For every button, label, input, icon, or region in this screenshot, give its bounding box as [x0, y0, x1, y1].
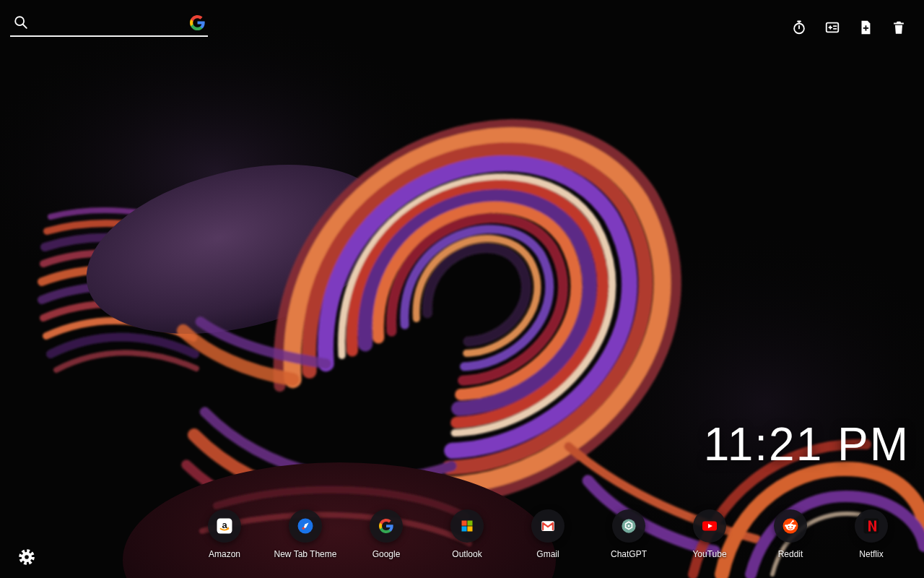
clock: 11:21 PM — [704, 418, 910, 471]
shortcut-reddit[interactable]: Reddit — [750, 509, 831, 559]
shortcut-netflix[interactable]: Netflix — [831, 509, 912, 559]
new-note-button[interactable] — [856, 18, 875, 37]
shortcut-label: Amazon — [209, 549, 240, 559]
shortcut-label: YouTube — [692, 549, 726, 559]
timer-icon — [791, 20, 807, 35]
search-bar — [10, 14, 208, 37]
trash-icon — [891, 20, 907, 35]
google-icon — [370, 509, 403, 543]
google-logo-icon[interactable] — [190, 15, 205, 30]
timer-button[interactable] — [790, 18, 808, 37]
wallpaper-art — [0, 0, 924, 578]
shortcut-label: Google — [372, 549, 401, 559]
shortcut-label: New Tab Theme — [274, 549, 337, 559]
new-tab-theme-icon — [289, 509, 322, 543]
new-note-icon — [858, 20, 873, 35]
amazon-icon: a — [208, 509, 241, 543]
shortcuts-row: a Amazon New Tab Theme Google — [184, 509, 912, 559]
shortcut-label: Outlook — [452, 549, 481, 559]
shortcut-youtube[interactable]: YouTube — [669, 509, 750, 559]
reddit-icon — [774, 509, 807, 543]
shortcut-google[interactable]: Google — [346, 509, 427, 559]
search-icon — [13, 14, 29, 30]
add-widget-button[interactable] — [823, 18, 842, 37]
shortcut-outlook[interactable]: Outlook — [427, 509, 507, 559]
chatgpt-icon — [612, 509, 645, 543]
trash-button[interactable] — [889, 18, 908, 37]
add-widget-icon — [824, 20, 840, 35]
shortcut-chatgpt[interactable]: ChatGPT — [588, 509, 669, 559]
shortcut-label: Netflix — [859, 549, 883, 559]
shortcut-gmail[interactable]: Gmail — [507, 509, 588, 559]
search-input[interactable] — [35, 17, 184, 29]
topbar — [0, 0, 924, 37]
shortcut-label: Reddit — [778, 549, 803, 559]
settings-button[interactable] — [16, 546, 38, 568]
gmail-icon — [531, 509, 565, 543]
shortcut-label: ChatGPT — [611, 549, 647, 559]
gear-icon — [17, 548, 36, 566]
shortcut-amazon[interactable]: a Amazon — [184, 509, 265, 559]
youtube-icon — [693, 509, 726, 543]
netflix-icon — [855, 509, 888, 543]
microsoft-icon — [450, 509, 484, 543]
shortcut-label: Gmail — [536, 549, 559, 559]
shortcut-new-tab-theme[interactable]: New Tab Theme — [265, 509, 346, 559]
topbar-actions — [790, 18, 908, 37]
